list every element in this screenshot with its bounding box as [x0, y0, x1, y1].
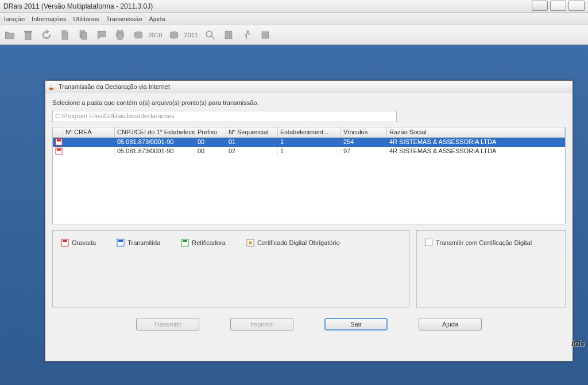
year-2010-label: 2010 [148, 32, 162, 38]
background-text: iais [571, 338, 585, 348]
disk-2011-icon[interactable] [168, 29, 180, 41]
cell-cnpj: 05.081.873/0001-90 [115, 147, 195, 156]
workspace: Transmissão da Declaração via Internet S… [0, 45, 588, 385]
table-row[interactable]: 05.081.873/0001-90 00 01 1 254 4R SISTEM… [53, 138, 565, 147]
cell-vinc: 254 [341, 138, 387, 147]
cert-required-icon [246, 239, 254, 247]
saved-icon [61, 239, 69, 247]
svg-rect-8 [57, 149, 61, 151]
cell-prefixo: 00 [195, 147, 226, 156]
maximize-button[interactable] [550, 1, 566, 11]
cell-crea [63, 138, 115, 147]
dialog-titlebar: Transmissão da Declaração via Internet [45, 81, 572, 92]
year-2011-label: 2011 [184, 32, 198, 38]
menu-utilitarios[interactable]: Utilitários [70, 15, 103, 22]
disk-2010-icon[interactable] [132, 29, 145, 41]
col-icon[interactable] [53, 127, 63, 138]
copy-icon[interactable] [77, 29, 90, 41]
runner-icon[interactable] [241, 29, 253, 41]
cell-razao: 4R SISTEMAS & ASSESSORIA LTDA [387, 138, 565, 147]
checkbox-icon [425, 239, 432, 246]
app-titlebar: DRais 2011 (Versão Multiplataforma - 201… [0, 0, 588, 13]
menu-declaracao[interactable]: laração [1, 15, 28, 22]
col-estabelecimentos[interactable]: Estabeleciment... [278, 127, 341, 138]
svg-rect-10 [63, 240, 67, 242]
col-razao[interactable]: Razão Social [387, 127, 565, 138]
svg-rect-14 [183, 240, 187, 242]
path-input[interactable]: C:\Program Files\GdRaisJava\declaracoes [52, 111, 397, 122]
document-icon[interactable] [59, 29, 71, 41]
col-crea[interactable]: Nº CREA [63, 127, 115, 138]
transmit-cert-checkbox[interactable]: Transmitir com Certificação Digital [425, 239, 557, 246]
transmitir-button[interactable]: Transmitir [136, 318, 199, 330]
svg-rect-4 [262, 32, 269, 38]
menu-informacoes[interactable]: Informações [28, 15, 70, 22]
java-icon [48, 83, 56, 91]
legend-panel: Gravada Transmitida Retificadora Ce [52, 230, 409, 308]
open-folder-icon[interactable] [3, 29, 16, 41]
menu-transmissao[interactable]: Transmissão [103, 15, 146, 22]
col-prefixo[interactable]: Prefixo [195, 127, 226, 138]
legend-cert: Certificado Digital Obrigatório [246, 239, 340, 247]
cell-prefixo: 00 [195, 138, 226, 147]
imprimir-button[interactable]: Imprimir [230, 318, 293, 330]
trash-icon[interactable] [22, 29, 34, 41]
cell-est: 1 [278, 147, 341, 156]
instruction-text: Selecione a pasta que contém o(s) arquiv… [52, 99, 566, 106]
cell-seq: 02 [226, 147, 278, 156]
ajuda-button[interactable]: Ajuda [419, 318, 482, 330]
sair-button[interactable]: Sair [324, 318, 388, 330]
book-icon[interactable] [222, 29, 235, 41]
legend-gravada-label: Gravada [72, 239, 96, 246]
col-sequencial[interactable]: Nº Sequencial [226, 127, 278, 138]
minimize-button[interactable] [532, 1, 548, 11]
table-row[interactable]: 05.081.873/0001-90 00 02 1 97 4R SISTEMA… [53, 147, 565, 156]
legend-retificadora: Retificadora [181, 239, 226, 247]
svg-point-3 [247, 30, 249, 32]
menu-ajuda[interactable]: Ajuda [145, 15, 168, 22]
legend-gravada: Gravada [61, 239, 96, 247]
chat-icon[interactable] [95, 29, 108, 41]
menubar: laração Informações Utilitários Transmis… [0, 13, 588, 25]
cell-crea [63, 147, 115, 156]
legend-transmitida-label: Transmitida [127, 239, 160, 246]
app-title: DRais 2011 (Versão Multiplataforma - 201… [3, 2, 153, 10]
declarations-table: Nº CREA CNPJ/CEI do 1º Estabelecime... P… [52, 127, 566, 224]
option-panel: Transmitir com Certificação Digital [416, 230, 566, 308]
button-row: Transmitir Imprimir Sair Ajuda [52, 318, 566, 330]
transmitted-icon [117, 239, 125, 247]
dialog-body: Selecione a pasta que contém o(s) arquiv… [45, 92, 572, 336]
close-button[interactable] [568, 1, 585, 11]
saved-icon [55, 147, 63, 155]
svg-point-2 [206, 31, 212, 37]
svg-point-16 [249, 241, 252, 244]
print-icon[interactable] [114, 29, 126, 41]
legend-transmitida: Transmitida [117, 239, 160, 247]
transmit-dialog: Transmissão da Declaração via Internet S… [45, 80, 573, 361]
dialog-title: Transmissão da Declaração via Internet [59, 83, 170, 90]
saved-icon [55, 138, 63, 146]
toolbar: 2010 2011 [0, 25, 588, 45]
stop-icon[interactable] [259, 29, 272, 41]
search-icon[interactable] [204, 29, 216, 41]
legend-cert-label: Certificado Digital Obrigatório [257, 239, 340, 246]
legend-retificadora-label: Retificadora [192, 239, 226, 246]
svg-rect-12 [118, 240, 123, 242]
rectifier-icon [181, 239, 189, 247]
cell-vinc: 97 [341, 147, 387, 156]
col-cnpj[interactable]: CNPJ/CEI do 1º Estabelecime... [115, 127, 195, 138]
cell-cnpj: 05.081.873/0001-90 [115, 138, 195, 147]
table-header: Nº CREA CNPJ/CEI do 1º Estabelecime... P… [53, 127, 565, 138]
refresh-icon[interactable] [40, 29, 53, 41]
cell-seq: 01 [226, 138, 278, 147]
cell-razao: 4R SISTEMAS & ASSESSORIA LTDA [387, 147, 565, 156]
col-vinculos[interactable]: Vínculos [341, 127, 387, 138]
cell-est: 1 [278, 138, 341, 147]
transmit-cert-label: Transmitir com Certificação Digital [436, 239, 532, 246]
svg-rect-6 [57, 139, 61, 142]
